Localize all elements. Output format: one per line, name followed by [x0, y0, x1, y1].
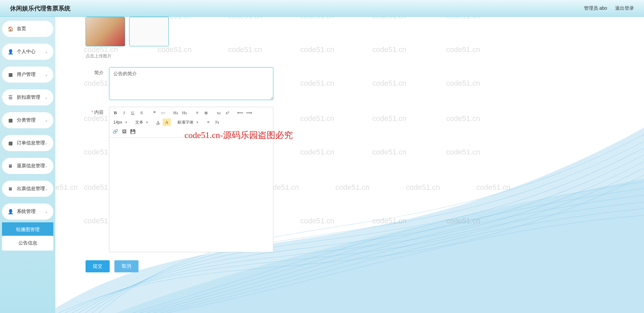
bars-icon: ☰ [8, 95, 13, 100]
chevron-down-icon: ⌄ [45, 95, 48, 100]
sidebar: 🏠 首页 👤 个人中心 ⌄ ▦ 用户管理 ⌄ ☰ 折扣票管理 ⌄ ▦ 分类管理 … [0, 17, 55, 313]
indent-icon[interactable]: ⟹ [245, 109, 253, 117]
intro-textarea[interactable] [109, 67, 273, 100]
editor-toolbar: B I U S ❝ </> H₁ H₂ ≡ ≣ x₂ [109, 107, 273, 138]
strike-icon[interactable]: S [138, 109, 146, 117]
outdent-icon[interactable]: ⟸ [236, 109, 244, 117]
chevron-down-icon: ⌄ [45, 49, 48, 54]
image-upload-add[interactable] [129, 17, 169, 46]
header: 休闲娱乐代理售票系统 管理员 abo 退出登录 [0, 0, 644, 17]
submit-button[interactable]: 提交 [86, 260, 110, 272]
main-content: 点击上传图片 简介 *内容 B I U S ❝ </> [55, 17, 644, 313]
align-icon[interactable]: ≡ [204, 119, 212, 126]
sidebar-item-label: 个人中心 [17, 49, 36, 55]
logout-link[interactable]: 退出登录 [615, 5, 634, 11]
chevron-down-icon: ⌄ [45, 118, 48, 123]
monitor-icon: 🖥 [8, 164, 13, 168]
grid-icon: ▦ [8, 141, 13, 145]
list-ordered-icon[interactable]: ≡ [193, 109, 201, 117]
sidebar-item-issue[interactable]: 🖥 出票信息管理 ⌄ [2, 181, 53, 197]
sidebar-item-label: 分类管理 [17, 117, 36, 123]
admin-link[interactable]: 管理员 abo [584, 5, 607, 11]
list-bullet-icon[interactable]: ≣ [202, 109, 210, 117]
chevron-down-icon: ⌄ [45, 164, 48, 168]
italic-icon[interactable]: I [120, 109, 128, 117]
monitor-icon: 🖥 [8, 186, 13, 191]
quote-icon[interactable]: ❝ [150, 109, 158, 117]
sidebar-item-users[interactable]: ▦ 用户管理 ⌄ [2, 66, 53, 83]
subscript-icon[interactable]: x₂ [215, 109, 223, 117]
sidebar-item-system[interactable]: 👤 系统管理 ⌄ [2, 204, 53, 220]
upload-hint-text: 点击上传图片 [86, 53, 644, 59]
sidebar-item-orders[interactable]: ▦ 订单信息管理 ⌄ [2, 135, 53, 151]
grid-icon: ▦ [8, 72, 13, 77]
uploaded-image [86, 17, 125, 46]
sidebar-item-label: 订单信息管理 [17, 140, 45, 146]
superscript-icon[interactable]: x² [223, 109, 231, 117]
bold-icon[interactable]: B [111, 109, 119, 117]
underline-icon[interactable]: U [129, 109, 137, 117]
bg-color-icon[interactable]: A [163, 119, 171, 126]
chevron-down-icon: ⌄ [45, 209, 48, 214]
sidebar-item-label: 出票信息管理 [17, 186, 45, 192]
font-color-icon[interactable]: A [154, 119, 162, 126]
sidebar-item-refund[interactable]: 🖥 退票信息管理 ⌄ [2, 158, 53, 174]
user-icon: 👤 [8, 209, 13, 214]
sidebar-sub-carousel[interactable]: 轮播图管理 [2, 222, 53, 237]
code-icon[interactable]: </> [159, 109, 167, 117]
chevron-down-icon: ⌄ [45, 186, 48, 191]
sidebar-item-label: 首页 [17, 26, 26, 32]
clear-format-icon[interactable]: Tx [213, 119, 221, 126]
intro-label: 简介 [86, 67, 109, 76]
save-icon[interactable]: 💾 [129, 128, 137, 135]
user-icon: 👤 [8, 49, 13, 54]
sidebar-item-profile[interactable]: 👤 个人中心 ⌄ [2, 44, 53, 60]
h1-icon[interactable]: H₁ [172, 109, 180, 117]
h2-icon[interactable]: H₂ [180, 109, 189, 117]
content-label: *内容 [86, 107, 109, 116]
sidebar-item-label: 退票信息管理 [17, 163, 45, 169]
rich-text-editor: B I U S ❝ </> H₁ H₂ ≡ ≣ x₂ [109, 107, 273, 252]
editor-content-area[interactable] [109, 138, 273, 252]
image-upload-preview[interactable] [86, 17, 125, 46]
chevron-down-icon: ⌄ [45, 141, 48, 145]
home-icon: 🏠 [8, 27, 13, 31]
sidebar-item-label: 系统管理 [17, 209, 36, 215]
sidebar-item-home[interactable]: 🏠 首页 [2, 21, 53, 37]
sidebar-item-label: 折扣票管理 [17, 94, 40, 100]
cancel-button[interactable]: 取消 [114, 260, 139, 272]
font-family-select[interactable]: 标准字体 [175, 119, 200, 126]
font-size-select[interactable]: 14px [111, 119, 128, 126]
app-title: 休闲娱乐代理售票系统 [10, 4, 70, 12]
sidebar-sub-notice[interactable]: 公告信息 [2, 236, 53, 251]
link-icon[interactable]: 🔗 [111, 128, 119, 135]
sidebar-item-discount[interactable]: ☰ 折扣票管理 ⌄ [2, 89, 53, 105]
sidebar-item-label: 用户管理 [17, 72, 36, 78]
chevron-down-icon: ⌄ [45, 72, 48, 77]
image-icon[interactable]: 🖼 [120, 128, 128, 135]
font-style-select[interactable]: 文本 [133, 119, 149, 126]
sidebar-item-category[interactable]: ▦ 分类管理 ⌄ [2, 112, 53, 128]
grid-icon: ▦ [8, 118, 13, 123]
